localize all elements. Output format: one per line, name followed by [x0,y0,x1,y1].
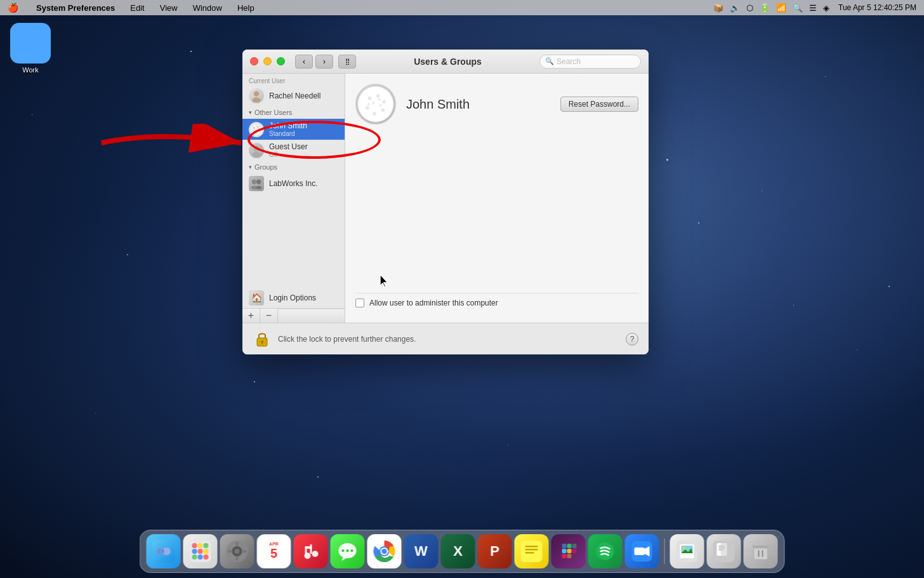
john-smith-type: Standard [269,130,307,137]
grid-button[interactable]: ⣿ [338,55,356,69]
groups-label: Groups [254,163,277,171]
svg-rect-51 [242,550,247,553]
dock-item-chrome[interactable] [367,534,402,568]
svg-point-25 [378,98,381,101]
john-smith-item[interactable]: John Smith Standard [242,119,345,140]
guest-status: Off [269,151,308,158]
help-button[interactable]: ? [626,333,638,346]
svg-point-0 [254,91,259,97]
svg-point-40 [198,549,203,554]
groups-section[interactable]: ▾ Groups [242,161,345,173]
sidebar: Current User Rachel Needell ▾ O [242,74,345,323]
reset-password-button[interactable]: Reset Password... [560,97,638,112]
svg-point-7 [253,130,254,131]
allow-admin-row: Allow user to administer this computer [355,293,638,313]
spotlight-icon[interactable]: 🔍 [793,3,803,13]
clock: Tue Apr 5 12:40:25 PM [836,2,919,13]
dock-item-spotify[interactable] [588,534,623,568]
dock-item-excel[interactable]: X [441,534,475,568]
svg-point-21 [366,106,369,110]
svg-point-34 [163,548,171,555]
remove-user-button[interactable]: − [260,309,278,323]
current-user-item[interactable]: Rachel Needell [242,86,345,106]
dock-item-launchpad[interactable] [183,534,218,568]
current-user-name: Rachel Needell [269,91,320,100]
labworks-name: LabWorks Inc. [269,179,317,188]
view-menu[interactable]: View [157,2,180,14]
svg-point-53 [312,551,319,557]
bluetooth-icon: ⬡ [746,3,753,13]
svg-point-60 [346,549,349,552]
current-user-section-label: Current User [242,74,345,86]
add-user-button[interactable]: + [242,309,260,323]
allow-admin-checkbox[interactable] [355,299,364,307]
svg-point-23 [380,104,382,107]
svg-rect-96 [753,546,769,548]
edit-menu[interactable]: Edit [128,2,147,14]
dock: APR 5 [140,530,785,573]
dock-item-messages[interactable] [331,534,365,568]
dock-item-word[interactable]: W [404,534,439,568]
detail-spacer [355,135,638,293]
svg-point-36 [192,543,197,548]
svg-point-8 [256,132,257,133]
svg-rect-48 [236,542,239,547]
dock-item-slack[interactable] [551,534,586,568]
dock-item-preview[interactable] [670,534,704,568]
siri-icon[interactable]: ◈ [823,3,829,13]
guest-user-item[interactable]: Guest User Off [242,140,345,161]
forward-button[interactable]: › [315,55,333,69]
svg-point-9 [254,145,259,151]
john-smith-name: John Smith [269,121,307,130]
svg-rect-75 [567,554,572,558]
svg-point-4 [256,126,258,128]
maximize-button[interactable] [277,57,285,65]
labworks-avatar [249,176,264,191]
system-preferences-window: ‹ › ⣿ Users & Groups 🔍 Search Current Us… [242,50,649,354]
svg-point-11 [252,180,256,184]
svg-rect-73 [572,544,577,548]
window-menu[interactable]: Window [190,2,225,14]
svg-point-43 [198,554,203,560]
svg-rect-49 [236,556,239,561]
work-folder-label: Work [22,66,38,74]
work-folder[interactable]: Work [10,23,51,74]
other-users-section[interactable]: ▾ Other Users [242,106,345,119]
svg-point-16 [368,97,372,100]
close-button[interactable] [250,57,258,65]
svg-rect-97 [758,544,764,546]
guest-avatar [249,143,264,158]
svg-point-19 [381,109,385,112]
svg-point-39 [192,549,197,554]
svg-rect-68 [525,549,538,551]
svg-point-37 [198,543,203,548]
apple-menu[interactable]: 🍎 [5,1,21,14]
user-avatar-large[interactable] [355,84,396,124]
login-options-item[interactable]: 🏠 Login Options [242,288,345,308]
minimize-button[interactable] [263,57,272,65]
dock-item-sysprefs[interactable] [220,534,254,568]
wifi-icon: 📶 [776,3,786,13]
svg-rect-94 [758,550,760,557]
back-button[interactable]: ‹ [295,55,313,69]
dock-item-calendar[interactable]: APR 5 [257,534,291,568]
svg-point-44 [204,554,209,560]
dock-item-finder[interactable] [147,534,181,568]
lock-button[interactable] [253,328,272,350]
notification-icon[interactable]: ☰ [809,3,817,13]
dock-item-zoom[interactable] [625,534,659,568]
dock-item-quicklook[interactable] [707,534,741,568]
svg-rect-28 [261,342,263,344]
dock-item-notes[interactable] [515,534,549,568]
user-header: John Smith Reset Password... [355,84,638,124]
dock-item-trash[interactable] [744,534,778,568]
help-menu[interactable]: Help [235,2,257,14]
search-box[interactable]: 🔍 Search [539,55,641,69]
bottom-bar: Click the lock to prevent further change… [242,323,649,354]
app-name[interactable]: System Preferences [34,2,117,14]
dock-item-powerpoint[interactable]: P [478,534,512,568]
calendar-month: APR [269,542,279,546]
labworks-group-item[interactable]: LabWorks Inc. [242,173,345,194]
dock-item-music[interactable] [294,534,328,568]
svg-marker-58 [342,557,347,561]
